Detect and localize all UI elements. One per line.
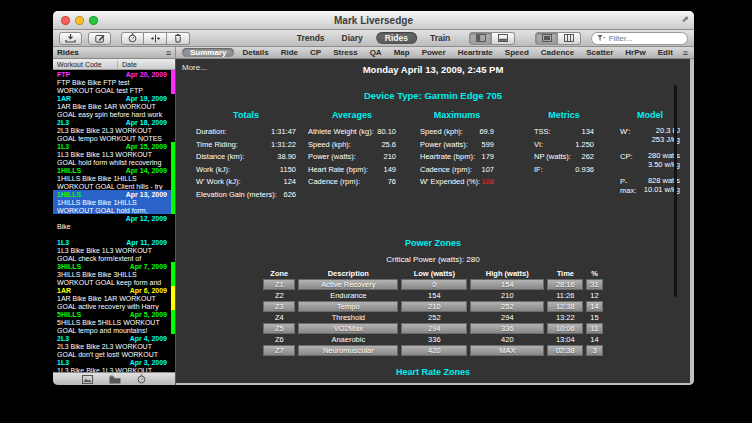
more-link[interactable]: More... [182, 63, 207, 72]
model-row: P-max:828 watts10.01 w/kg [620, 176, 680, 195]
ride-list-item[interactable]: 2L3Apr 4, 20092L3 Bike Bike 2L3 WORKOUT … [53, 334, 175, 358]
sidebar-toggle-button[interactable] [469, 32, 492, 45]
scope-tab-diary[interactable]: Diary [338, 32, 367, 44]
vertical-scrollbar[interactable] [674, 85, 677, 297]
zone-cell: 12 [586, 291, 602, 300]
critical-power: Critical Power (watts): 280 [176, 255, 690, 264]
photo-icon[interactable] [82, 375, 93, 384]
tab-summary[interactable]: Summary [182, 48, 234, 57]
stopwatch-button[interactable] [121, 32, 144, 45]
zoom-window-button[interactable] [89, 16, 98, 25]
filter-field[interactable] [591, 32, 688, 45]
delete-button[interactable] [167, 32, 190, 45]
tab-cp[interactable]: CP [306, 48, 325, 57]
main-toolbar: TrendsDiaryRidesTrain [53, 30, 694, 47]
ride-sidebar: Workout Code Date FTPApr 20, 2009FTP Bik… [53, 59, 176, 385]
metric-label: Distance (km): [196, 151, 244, 164]
tab-cadence[interactable]: Cadence [537, 48, 578, 57]
scope-tab-train[interactable]: Train [426, 32, 454, 44]
ride-date: Apr 7, 2009 [130, 263, 167, 271]
ride-code: 2L3 [57, 335, 69, 343]
bottom-panel-icon [498, 34, 508, 42]
close-window-button[interactable] [61, 16, 70, 25]
ride-list-item[interactable]: Apr 12, 2009Bike [53, 214, 175, 238]
ride-list: FTPApr 20, 2009FTP Bike Bike FTP test WO… [53, 70, 175, 372]
metric-value: 599 [481, 139, 494, 152]
zone-cell: Z2 [263, 291, 295, 300]
sidebar-menu-icon[interactable]: ≡ [166, 49, 171, 57]
ride-code-date: FTPApr 20, 2009 [57, 71, 167, 79]
sidebar-panel-icon [476, 34, 486, 42]
tab-scatter[interactable]: Scatter [582, 48, 617, 57]
tiled-view-button[interactable] [558, 32, 581, 45]
tab-details[interactable]: Details [238, 48, 272, 57]
tab-map[interactable]: Map [390, 48, 414, 57]
clock-icon[interactable] [137, 374, 146, 384]
scope-tab-rides[interactable]: Rides [376, 32, 417, 44]
ride-list-item[interactable]: 1ARApr 19, 20091AR Bike Bike 1AR WORKOUT… [53, 94, 175, 118]
tab-edit[interactable]: Edit [654, 48, 677, 57]
ride-list-item[interactable]: 1L3Apr 15, 20091L3 Bike Bike 1L3 WORKOUT… [53, 142, 175, 166]
zones-col-header: Description [298, 269, 398, 278]
ride-date: Apr 12, 2009 [126, 215, 167, 223]
tab-power[interactable]: Power [418, 48, 450, 57]
metric-value: 69.9 [479, 126, 494, 139]
ride-code-date: 2L3Apr 18, 2009 [57, 119, 167, 127]
tab-stress[interactable]: Stress [329, 48, 361, 57]
metric-row: IF:0.936 [534, 164, 594, 177]
metrics-column-model: ModelW':20.3 kJ253 J/kgCP:280 watts3.50 … [620, 110, 680, 202]
ride-date: Apr 18, 2009 [126, 119, 167, 127]
ride-color-stripe [171, 70, 175, 94]
ride-list-item[interactable]: 1ARApr 6, 20091AR Bike Bike 1AR WORKOUT … [53, 286, 175, 310]
ride-code: 1L3 [57, 359, 69, 367]
tab-hrpw[interactable]: HrPw [621, 48, 649, 57]
metric-label: Power (watts): [308, 151, 356, 164]
ride-description: 1AR Bike Bike 1AR WORKOUT GOAL easy spin… [57, 103, 167, 119]
ride-date: Apr 19, 2009 [126, 95, 167, 103]
sidebar-header: Rides ≡ [53, 47, 176, 58]
scope-tab-trends[interactable]: Trends [293, 32, 329, 44]
zone-cell: 294 [401, 323, 467, 334]
metric-value: 262 [581, 151, 594, 164]
resize-icon[interactable]: ⬈ [681, 14, 689, 24]
metric-value: 76 [388, 176, 396, 189]
ride-list-item[interactable]: 1HILLSApr 14, 20091HILLS Bike Bike 1HILL… [53, 166, 175, 190]
ride-list-item[interactable]: 5HILLSApr 5, 20095HILLS Bike 5HILLS WORK… [53, 310, 175, 334]
ride-code: 1L3 [57, 143, 69, 151]
zone-cell: 31 [586, 279, 602, 290]
tab-ride[interactable]: Ride [277, 48, 302, 57]
ride-list-item[interactable]: 1L3Apr 11, 20091L3 Bike Bike 1L3 WORKOUT… [53, 238, 175, 262]
split-button[interactable] [144, 32, 167, 45]
zone-cell: Neuromuscular [298, 345, 398, 356]
column-title: Averages [308, 110, 396, 120]
metric-value: 25.6 [381, 139, 396, 152]
edit-button[interactable] [88, 32, 111, 45]
power-zones-section: Power Zones Critical Power (watts): 280 … [176, 238, 690, 357]
tab-qa[interactable]: QA [366, 48, 386, 57]
chart-tabs: SummaryDetailsRideCPStressQAMapPowerHear… [176, 47, 694, 58]
ride-list-item[interactable]: FTPApr 20, 2009FTP Bike Bike FTP test WO… [53, 70, 175, 94]
ride-list-columns[interactable]: Workout Code Date [53, 59, 175, 70]
folder-icon[interactable] [109, 375, 121, 384]
tab-heartrate[interactable]: Heartrate [454, 48, 497, 57]
metric-value: 0.936 [575, 164, 594, 177]
filter-input[interactable] [609, 34, 682, 43]
trash-icon [174, 33, 182, 43]
split-icon [150, 34, 161, 43]
ride-actions-group [121, 32, 190, 45]
column-workout-code[interactable]: Workout Code [53, 61, 118, 68]
tabbar-menu-icon[interactable]: ≡ [683, 49, 688, 57]
single-view-button[interactable] [535, 32, 558, 45]
column-date[interactable]: Date [118, 61, 137, 68]
metric-label: IF: [534, 164, 543, 177]
ride-list-item[interactable]: 3HILLSApr 7, 20093HILLS Bike Bike 3HILLS… [53, 262, 175, 286]
ride-code-date: 2L3Apr 4, 2009 [57, 335, 167, 343]
minimize-window-button[interactable] [75, 16, 84, 25]
bottombar-toggle-button[interactable] [492, 32, 515, 45]
ride-list-item[interactable]: 2L3Apr 18, 20092L3 Bike Bike 2L3 WORKOUT… [53, 118, 175, 142]
import-button[interactable] [59, 32, 82, 45]
ride-list-item[interactable]: 1HILLSApr 13, 20091HILLS Bike Bike 1HILL… [53, 190, 175, 214]
tab-speed[interactable]: Speed [501, 48, 533, 57]
metric-value: 124 [283, 176, 296, 189]
ride-list-item[interactable]: 1L3Apr 3, 20091L3 Bike Bike 1L3 WORKOUT [53, 358, 175, 372]
